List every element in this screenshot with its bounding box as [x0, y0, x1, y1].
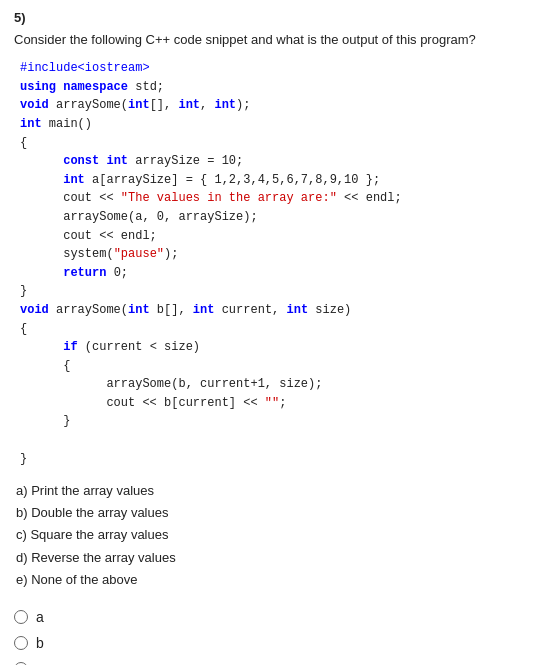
question-number: 5): [14, 10, 525, 25]
choice-b: b) Double the array values: [16, 502, 525, 524]
radio-b[interactable]: [14, 636, 28, 650]
option-b-label: b: [36, 635, 44, 651]
option-b-row[interactable]: b: [14, 635, 525, 651]
choice-d: d) Reverse the array values: [16, 547, 525, 569]
question-text: Consider the following C++ code snippet …: [14, 31, 525, 49]
option-a-label: a: [36, 609, 44, 625]
choice-e: e) None of the above: [16, 569, 525, 591]
choices-list: a) Print the array values b) Double the …: [14, 480, 525, 590]
option-c-label: c: [36, 661, 43, 665]
radio-options: a b c d: [14, 609, 525, 665]
option-a-row[interactable]: a: [14, 609, 525, 625]
radio-a[interactable]: [14, 610, 28, 624]
choice-a: a) Print the array values: [16, 480, 525, 502]
choice-c: c) Square the array values: [16, 524, 525, 546]
code-block: #include<iostream> using namespace std; …: [14, 59, 525, 468]
option-c-row[interactable]: c: [14, 661, 525, 665]
